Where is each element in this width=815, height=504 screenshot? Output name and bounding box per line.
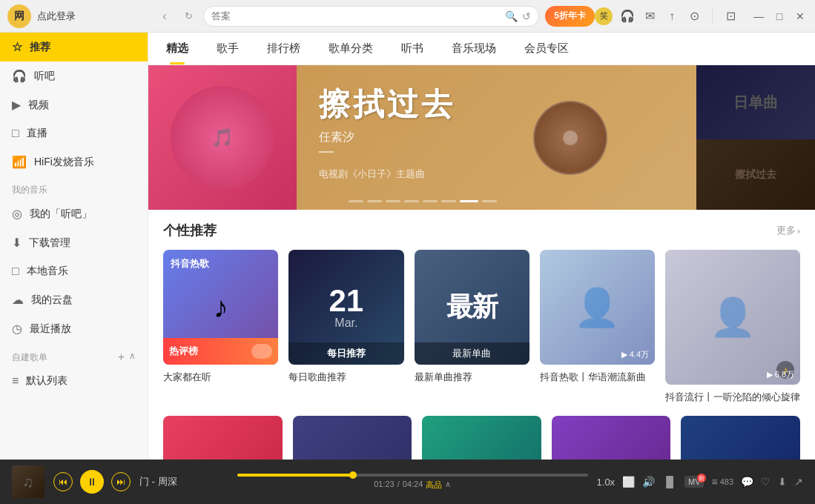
card-extra-5[interactable] (681, 416, 800, 460)
star-icon: ☆ (12, 40, 22, 54)
card-new-singles[interactable]: 最新 最新单曲 最新单曲推荐 (415, 250, 529, 404)
card-thumb-extra2 (293, 416, 412, 460)
pause-button[interactable]: ⏸ (80, 470, 104, 494)
nav-refresh-button[interactable]: ↻ (179, 7, 197, 25)
app-logo[interactable]: 网 (7, 4, 31, 28)
tab-playlists[interactable]: 歌单分类 (326, 33, 376, 64)
nav-back-button[interactable]: ‹ (156, 7, 174, 25)
next-button[interactable]: ⏭ (111, 472, 131, 491)
collapse-button[interactable]: ∧ (129, 351, 136, 364)
indicator-6[interactable] (460, 200, 478, 202)
daily-date: 21 (329, 285, 364, 316)
indicator-2[interactable] (386, 200, 400, 202)
cloud-icon: ☁ (12, 293, 24, 307)
indicator-3[interactable] (404, 200, 419, 202)
player-right-controls: 1.0x ⬜ 🔊 ▐▌ MV 新 ≡ 483 💬 ♡ ⬇ ↗ (597, 476, 803, 488)
sidebar-item-download[interactable]: ⬇ 下载管理 (0, 228, 148, 257)
side-top-content: 日单曲 (696, 65, 815, 139)
comment-button[interactable]: 💬 (741, 476, 753, 488)
search-input[interactable] (211, 10, 501, 21)
promo-badge[interactable]: 5折年卡 (545, 6, 595, 27)
indicator-0[interactable] (349, 200, 363, 202)
sidebar-item-live[interactable]: □ 直播 (0, 119, 148, 147)
search-bar[interactable]: 🔍 ↺ (203, 6, 539, 27)
card-extra-3[interactable] (422, 416, 541, 460)
card-label-tiktok: 大家都在听 (163, 371, 278, 384)
sidebar-label-recommend: 推荐 (30, 41, 50, 54)
indicator-7[interactable] (482, 200, 497, 202)
login-button[interactable]: 点此登录 (37, 10, 76, 23)
card-extra-2[interactable] (293, 416, 412, 460)
card-photo1[interactable]: 👤 ▶ 4.4万 抖音热歌丨华语潮流新曲 (540, 250, 655, 404)
speed-button[interactable]: 1.0x (597, 477, 616, 488)
content-area: 精选 歌手 排行榜 歌单分类 听书 音乐现场 会员专区 🎵 (148, 33, 815, 460)
sidebar-item-cloud[interactable]: ☁ 我的云盘 (0, 285, 148, 314)
banner-title: 擦拭过去 (319, 84, 455, 125)
sidebar-item-tingba[interactable]: 🎧 听吧 (0, 62, 148, 90)
card-extra-1[interactable] (163, 416, 283, 460)
miniplayer-icon[interactable]: ⊡ (723, 9, 738, 24)
card-extra-4[interactable] (552, 416, 671, 460)
share-icon[interactable]: ↑ (664, 9, 679, 24)
card-label-daily: 每日歌曲推荐 (288, 371, 403, 384)
headphone-icon[interactable]: 🎧 (620, 9, 635, 24)
play-sidebar-icon: ▶ (12, 98, 21, 112)
card-tiktok-hot[interactable]: 抖音热歌 ♪ ↻ 热评榜 大家都在听 (163, 250, 278, 404)
maximize-button[interactable]: □ (772, 9, 787, 24)
mail-icon[interactable]: ✉ (642, 9, 657, 24)
current-time: 01:23 (374, 480, 395, 491)
tab-featured[interactable]: 精选 (163, 33, 191, 64)
share-player-button[interactable]: ↗ (794, 476, 803, 488)
banner-left-image: 🎵 (148, 65, 297, 210)
tab-vip[interactable]: 会员专区 (521, 33, 572, 64)
total-time: 04:24 (403, 480, 423, 491)
add-playlist-button[interactable]: + (118, 351, 125, 364)
search-refresh-icon[interactable]: ↺ (522, 10, 531, 22)
card-daily[interactable]: 21 Mar. 每日推荐 每日歌曲推荐 (288, 250, 403, 404)
progress-bar[interactable] (237, 474, 588, 477)
favorite-button[interactable]: ♡ (761, 476, 771, 488)
sidebar-item-recommend[interactable]: ☆ 推荐 (0, 33, 148, 62)
progress-dot[interactable] (349, 471, 357, 479)
tab-live[interactable]: 音乐现场 (449, 33, 499, 64)
sidebar-item-local[interactable]: □ 本地音乐 (0, 257, 148, 285)
banner-container: 🎵 擦拭过去 任素汐 电视剧《小日子》主题曲 (148, 65, 815, 210)
player-thumbnail[interactable]: ♫ (12, 465, 44, 498)
indicator-1[interactable] (367, 200, 382, 202)
card-label-new: 最新单曲推荐 (415, 371, 529, 384)
card-photo2[interactable]: 👤 ♪ ▶ 6.8万 抖音流行丨一听沦陷的倾心旋律 (665, 250, 800, 404)
promo-label: 5折年卡 (554, 10, 586, 22)
minimize-button[interactable]: — (751, 9, 766, 24)
player-progress-area: 01:23 / 04:24 高品 ∧ (237, 474, 588, 491)
banner-main[interactable]: 🎵 擦拭过去 任素汐 电视剧《小日子》主题曲 (148, 65, 696, 210)
prev-button[interactable]: ⏮ (53, 472, 73, 491)
sidebar-label-recent: 最近播放 (30, 322, 71, 336)
indicator-4[interactable] (423, 200, 438, 202)
screen-button[interactable]: ⬜ (622, 476, 635, 488)
sidebar-item-hifi[interactable]: 📶 HiFi发烧音乐 (0, 147, 148, 176)
card-thumb-extra5 (681, 416, 800, 460)
banner-divider (319, 151, 334, 153)
volume-button[interactable]: 🔊 (642, 476, 655, 488)
user-icon[interactable]: 笑 (595, 7, 613, 25)
banner-content: 擦拭过去 任素汐 电视剧《小日子》主题曲 (319, 84, 455, 181)
close-button[interactable]: ✕ (793, 9, 808, 24)
sidebar-item-default-list[interactable]: ≡ 默认列表 (0, 367, 148, 395)
tab-charts[interactable]: 排行榜 (264, 33, 303, 64)
sidebar-item-recent[interactable]: ◷ 最近播放 (0, 314, 148, 343)
tab-artists[interactable]: 歌手 (214, 33, 242, 64)
headphone-sidebar-icon: 🎧 (12, 69, 27, 83)
titlebar-right: 笑 🎧 ✉ ↑ ⊙ ⊡ — □ ✕ (595, 7, 808, 25)
more-button[interactable]: 更多 › (776, 224, 800, 237)
indicator-5[interactable] (441, 200, 456, 202)
sidebar-item-video[interactable]: ▶ 视频 (0, 90, 148, 119)
equalizer-button[interactable]: ▐▌ (662, 476, 677, 488)
tab-listen[interactable]: 听书 (398, 33, 426, 64)
download-player-button[interactable]: ⬇ (778, 476, 787, 488)
quality-label[interactable]: 高品 (426, 480, 442, 491)
sidebar-item-my-tingba[interactable]: ◎ 我的「听吧」 (0, 199, 148, 228)
banner-side-bottom[interactable]: 擦拭过去 (696, 139, 815, 210)
settings-icon[interactable]: ⊙ (687, 9, 702, 24)
playlist-button[interactable]: ≡ 483 (711, 476, 733, 488)
banner-side-top[interactable]: 日单曲 (696, 65, 815, 139)
